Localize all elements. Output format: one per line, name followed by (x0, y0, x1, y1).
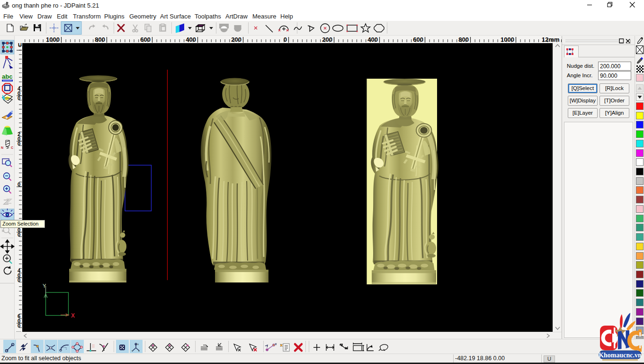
svg-text:X: X (71, 312, 75, 319)
svg-text:Khomaucnc.vn: Khomaucnc.vn (599, 352, 642, 359)
svg-text:C: C (11, 146, 13, 149)
svg-text:x: x (137, 343, 139, 346)
svg-text:N: N (1, 146, 3, 149)
svg-text:x: x (138, 349, 140, 352)
svg-text:Y: Y (43, 283, 46, 289)
svg-text:abc: abc (2, 73, 12, 80)
svg-text:v: v (132, 349, 133, 352)
